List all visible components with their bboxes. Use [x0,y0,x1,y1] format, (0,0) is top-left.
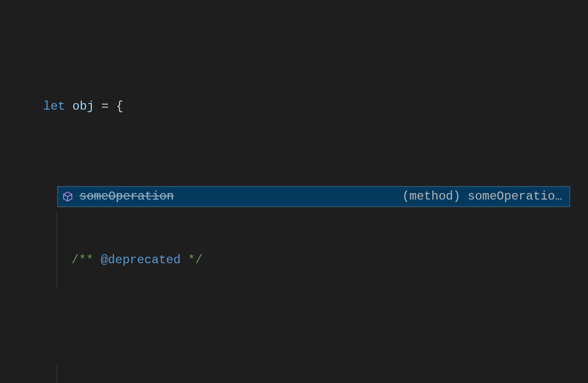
indent-guide [57,212,57,289]
jsdoc-close: */ [181,253,203,267]
punctuation: = { [94,100,123,113]
keyword-let: let [43,100,65,113]
method-icon [62,191,73,202]
code-line: /** @deprecated */ [14,212,588,289]
indent-guide [57,366,57,383]
space [65,100,72,113]
jsdoc-tag-deprecated: @deprecated [101,253,180,267]
jsdoc-open: /** [72,253,101,267]
variable-obj: obj [72,100,94,113]
suggestion-item[interactable]: someOperation (method) someOperatio… [58,186,570,207]
suggestion-popup[interactable]: someOperation (method) someOperatio… [57,186,570,207]
code-line: someOperation() { [14,366,588,383]
code-line: let obj = { [14,78,588,135]
suggestion-label: someOperation [79,187,174,206]
suggestion-detail: (method) someOperatio… [174,187,565,206]
